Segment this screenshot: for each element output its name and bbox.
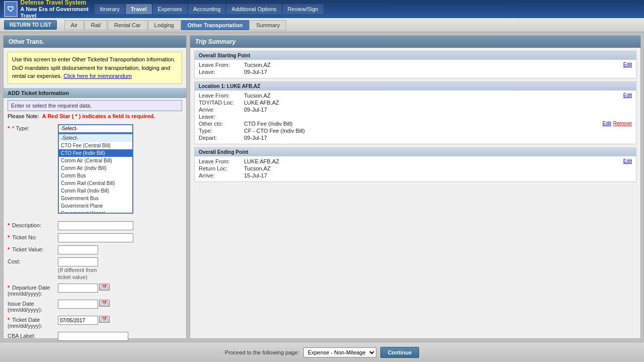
main-nav: Itinerary Travel Expenses Accounting Add… xyxy=(95,4,324,14)
tab-rental-car[interactable]: Rental Car xyxy=(108,20,147,30)
logo-area: 🛡 Defense Travel System A New Era of Gov… xyxy=(4,0,90,19)
overall-ending-content: Leave From: LUKE AFB,AZ Edit Return Loc:… xyxy=(195,156,636,182)
right-panel: Trip Summary Overall Starting Point Leav… xyxy=(190,35,641,339)
loc1-arrive-key: Arrive: xyxy=(199,107,244,113)
loc1-tdy-row: TDY/TAD Loc: LUKE AFB,AZ xyxy=(199,100,632,106)
bottom-bar: Proceed to the following page: Expense -… xyxy=(0,342,644,362)
starting-leave-key: Leave: xyxy=(199,69,244,75)
starting-edit-link[interactable]: Edit xyxy=(623,62,632,68)
tab-other-transportation[interactable]: Other Transportation xyxy=(181,20,249,30)
type-label-text: * Type: xyxy=(12,125,29,131)
nav-review-sign[interactable]: Review/Sign xyxy=(283,4,324,14)
type-option-comm-rail-indiv[interactable]: Comm Rail (Indiv Bill) xyxy=(59,187,132,195)
nav-itinerary[interactable]: Itinerary xyxy=(95,4,125,14)
left-panel-header: Other Trans. xyxy=(4,36,186,48)
logo-text: Defense Travel System A New Era of Gover… xyxy=(21,0,90,19)
ticket-no-label-text: Ticket No: xyxy=(12,234,37,240)
info-line2: DoD mandates split disbursement for tran… xyxy=(12,64,178,80)
info-box: Use this screen to enter Other Ticketed … xyxy=(8,52,182,84)
ticket-no-input[interactable] xyxy=(58,233,133,242)
loc1-type-row: Type: CF - CTO Fee (Indiv Bill) xyxy=(199,128,632,134)
type-option-govt-vessel[interactable]: Government Vessel xyxy=(59,210,132,214)
nav-travel[interactable]: Travel xyxy=(126,4,152,14)
description-input[interactable] xyxy=(58,221,133,230)
cost-note1: (If different from xyxy=(58,266,98,274)
loc1-other-cto-val: CTO Fee (Indiv Bill) xyxy=(244,121,601,127)
tab-lodging[interactable]: Lodging xyxy=(148,20,181,30)
type-option-comm-air-central[interactable]: Comm Air (Central Bill) xyxy=(59,157,132,164)
ending-leave-from-val: LUKE AFB,AZ xyxy=(244,158,621,164)
type-option-comm-air-indiv[interactable]: Comm Air (Indiv Bill) xyxy=(59,164,132,172)
proceed-select[interactable]: Expense - Non-Mileage xyxy=(303,347,376,357)
ticket-date-calendar-button[interactable]: 📅 xyxy=(99,316,110,323)
tab-rail[interactable]: Rail xyxy=(85,20,107,30)
loc1-depart-row: Depart: 09-Jul-17 xyxy=(199,135,632,141)
tab-summary[interactable]: Summary xyxy=(250,20,286,30)
cost-label-text: Cost: xyxy=(8,258,21,264)
departure-date-calendar-button[interactable]: 📅 xyxy=(99,284,110,291)
validation-msg: Enter or select the required data. xyxy=(8,100,182,111)
issue-date-calendar-button[interactable]: 📅 xyxy=(99,300,110,307)
return-to-list-button[interactable]: RETURN TO LIST xyxy=(4,20,57,30)
ticket-date-input[interactable] xyxy=(58,316,98,325)
issue-date-label-text: Issue Date(mm/dd/yyyy): xyxy=(8,301,42,313)
cost-note2: ticket value) xyxy=(58,274,98,281)
departure-date-input[interactable] xyxy=(58,284,98,293)
ending-arrive-val: 15-Jul-17 xyxy=(244,172,632,178)
ending-leave-from-key: Leave From: xyxy=(199,158,244,164)
app-title: Defense Travel System xyxy=(21,0,90,6)
type-option-cto-central[interactable]: CTO Fee (Central Bill) xyxy=(59,142,132,149)
loc1-leave-key: Leave: xyxy=(199,114,244,120)
tab-air[interactable]: Air xyxy=(64,20,84,30)
note-area: Please Note: A Red Star ( * ) indicates … xyxy=(8,113,182,119)
loc1-depart-val: 09-Jul-17 xyxy=(244,135,632,141)
type-label: * * Type: xyxy=(8,124,58,131)
loc1-leave-val xyxy=(244,114,632,120)
loc1-leave-from-val: Tucson,AZ xyxy=(244,93,621,99)
ticket-date-required-star: * xyxy=(8,317,10,323)
cba-label-row: CBA Label: xyxy=(8,332,182,341)
type-option-header[interactable]: -Select- xyxy=(59,134,132,142)
nav-expenses[interactable]: Expenses xyxy=(153,4,187,14)
starting-leave-val: 09-Jul-17 xyxy=(244,69,632,75)
ending-return-loc-val: Tucson,AZ xyxy=(244,165,632,171)
travel-tabs: Air Rail Rental Car Lodging Other Transp… xyxy=(64,20,287,30)
loc1-edit-link[interactable]: Edit xyxy=(623,93,632,99)
loc1-arrive-val: 09-Jul-17 xyxy=(244,107,632,113)
cba-label-input[interactable] xyxy=(58,332,128,341)
type-option-govt-bus[interactable]: Government Bus xyxy=(59,195,132,202)
ending-arrive-key: Arrive: xyxy=(199,172,244,178)
overall-starting-content: Leave From: Tucson,AZ Edit Leave: 09-Jul… xyxy=(195,60,636,78)
nav-additional-options[interactable]: Additional Options xyxy=(226,4,281,14)
loc1-leave-from-key: Leave From: xyxy=(199,93,244,99)
loc1-other-cto-edit[interactable]: Edit xyxy=(603,121,611,127)
loc1-other-cto-remove[interactable]: Remove xyxy=(613,121,632,127)
loc1-depart-key: Depart: xyxy=(199,135,244,141)
type-select[interactable]: -Select- xyxy=(58,124,133,133)
ending-edit-link[interactable]: Edit xyxy=(623,158,632,164)
ticket-value-input[interactable] xyxy=(58,245,98,254)
loc1-tdy-val: LUKE AFB,AZ xyxy=(244,100,632,106)
starting-leave-from-val: Tucson,AZ xyxy=(244,62,621,68)
memorandum-link[interactable]: Click here for memorandum xyxy=(63,73,132,79)
ticket-no-row: * Ticket No: xyxy=(8,233,182,242)
starting-leave-from-key: Leave From: xyxy=(199,62,244,68)
type-option-cto-indiv[interactable]: CTO Fee (Indiv Bill) xyxy=(59,149,132,157)
ending-arrive-row: Arrive: 15-Jul-17 xyxy=(199,172,632,178)
type-option-govt-plane[interactable]: Government Plane xyxy=(59,202,132,210)
type-option-comm-bus[interactable]: Comm Bus xyxy=(59,172,132,179)
type-option-comm-rail-central[interactable]: Comm Rail (Central Bill) xyxy=(59,179,132,187)
nav-accounting[interactable]: Accounting xyxy=(188,4,225,14)
ticket-value-row: * Ticket Value: xyxy=(8,245,182,254)
location1-header: Location 1: LUKE AFB,AZ xyxy=(195,82,636,90)
info-line3-text: expenses. xyxy=(37,73,62,79)
note-label: Please Note: xyxy=(8,113,41,119)
issue-date-input[interactable] xyxy=(58,300,98,309)
cost-input[interactable] xyxy=(58,257,98,266)
description-label-text: Description: xyxy=(12,222,41,228)
ending-return-loc-row: Return Loc: Tucson,AZ xyxy=(199,165,632,171)
location1-content: Leave From: Tucson,AZ Edit TDY/TAD Loc: … xyxy=(195,90,636,144)
continue-button[interactable]: Continue xyxy=(380,347,420,358)
starting-leave-row: Leave: 09-Jul-17 xyxy=(199,69,632,75)
departure-date-label-text: Departure Date(mm/dd/yyyy): xyxy=(8,285,50,297)
